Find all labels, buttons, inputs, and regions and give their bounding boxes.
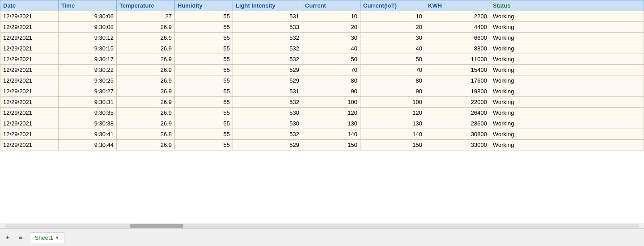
- cell-light-intensity: 532: [233, 97, 302, 108]
- table-wrapper: Date Time Temperature Humidity Light Int…: [0, 0, 644, 223]
- col-header-temperature[interactable]: Temperature: [117, 0, 175, 11]
- cell-current: 100: [302, 97, 360, 108]
- cell-temperature: 26.8: [117, 129, 175, 140]
- cell-current-iot: 140: [360, 129, 425, 140]
- cell-current: 90: [302, 86, 360, 97]
- sheet-tab-label: Sheet1: [35, 234, 53, 241]
- cell-date: 12/29/2021: [0, 129, 59, 140]
- bottom-bar: + ≡ Sheet1 ▼: [0, 228, 644, 246]
- cell-kwh: 4400: [425, 22, 490, 33]
- table-row: 12/29/20219:30:1726.955532505011000Worki…: [0, 54, 644, 65]
- cell-date: 12/29/2021: [0, 65, 59, 75]
- cell-light-intensity: 530: [233, 108, 302, 118]
- table-row: 12/29/20219:30:0826.95553320204400Workin…: [0, 22, 644, 33]
- add-sheet-button[interactable]: +: [4, 233, 11, 242]
- cell-humidity: 55: [175, 65, 233, 75]
- cell-status: Working: [490, 54, 644, 65]
- cell-time: 9:30:08: [59, 22, 117, 33]
- col-header-light-intensity[interactable]: Light Intensity: [233, 0, 302, 11]
- sheet-list-button[interactable]: ≡: [17, 233, 24, 242]
- cell-time: 9:30:25: [59, 75, 117, 86]
- table-row: 12/29/20219:30:1226.95553230306600Workin…: [0, 33, 644, 43]
- cell-current-iot: 70: [360, 65, 425, 75]
- cell-temperature: 26.9: [117, 97, 175, 108]
- scrollbar-track: [4, 224, 640, 228]
- cell-light-intensity: 532: [233, 43, 302, 54]
- cell-date: 12/29/2021: [0, 118, 59, 129]
- cell-current: 130: [302, 118, 360, 129]
- cell-date: 12/29/2021: [0, 140, 59, 150]
- cell-date: 12/29/2021: [0, 43, 59, 54]
- cell-current: 80: [302, 75, 360, 86]
- cell-time: 9:30:27: [59, 86, 117, 97]
- cell-date: 12/29/2021: [0, 108, 59, 118]
- horizontal-scrollbar[interactable]: [0, 223, 644, 228]
- cell-temperature: 26.9: [117, 65, 175, 75]
- cell-status: Working: [490, 33, 644, 43]
- cell-status: Working: [490, 140, 644, 150]
- cell-current: 50: [302, 54, 360, 65]
- cell-date: 12/29/2021: [0, 54, 59, 65]
- table-row: 12/29/20219:30:1526.95553240408800Workin…: [0, 43, 644, 54]
- cell-current-iot: 10: [360, 11, 425, 22]
- cell-status: Working: [490, 108, 644, 118]
- cell-status: Working: [490, 22, 644, 33]
- cell-date: 12/29/2021: [0, 33, 59, 43]
- cell-status: Working: [490, 86, 644, 97]
- cell-light-intensity: 533: [233, 22, 302, 33]
- cell-light-intensity: 532: [233, 54, 302, 65]
- col-header-current[interactable]: Current: [302, 0, 360, 11]
- cell-current-iot: 100: [360, 97, 425, 108]
- cell-temperature: 26.9: [117, 118, 175, 129]
- cell-humidity: 55: [175, 54, 233, 65]
- cell-status: Working: [490, 43, 644, 54]
- cell-current: 140: [302, 129, 360, 140]
- cell-kwh: 17600: [425, 75, 490, 86]
- cell-kwh: 26400: [425, 108, 490, 118]
- cell-current-iot: 50: [360, 54, 425, 65]
- col-header-current-iot[interactable]: Current(IoT): [360, 0, 425, 11]
- col-header-kwh[interactable]: KWH: [425, 0, 490, 11]
- col-header-time[interactable]: Time: [59, 0, 117, 11]
- table-row: 12/29/20219:30:4126.85553214014030800Wor…: [0, 129, 644, 140]
- cell-humidity: 55: [175, 108, 233, 118]
- cell-current: 150: [302, 140, 360, 150]
- table-body: 12/29/20219:30:06275553110102200Working1…: [0, 11, 644, 150]
- cell-time: 9:30:15: [59, 43, 117, 54]
- cell-humidity: 55: [175, 129, 233, 140]
- cell-current-iot: 150: [360, 140, 425, 150]
- col-header-humidity[interactable]: Humidity: [175, 0, 233, 11]
- cell-time: 9:30:17: [59, 54, 117, 65]
- cell-kwh: 6600: [425, 33, 490, 43]
- cell-temperature: 26.9: [117, 86, 175, 97]
- scrollbar-thumb[interactable]: [130, 224, 183, 228]
- cell-kwh: 2200: [425, 11, 490, 22]
- cell-temperature: 26.9: [117, 33, 175, 43]
- col-header-date[interactable]: Date: [0, 0, 59, 11]
- data-table: Date Time Temperature Humidity Light Int…: [0, 0, 644, 150]
- cell-time: 9:30:35: [59, 108, 117, 118]
- cell-humidity: 55: [175, 86, 233, 97]
- cell-humidity: 55: [175, 118, 233, 129]
- table-row: 12/29/20219:30:06275553110102200Working: [0, 11, 644, 22]
- cell-status: Working: [490, 118, 644, 129]
- cell-humidity: 55: [175, 140, 233, 150]
- table-row: 12/29/20219:30:4426.95552915015033000Wor…: [0, 140, 644, 150]
- table-row: 12/29/20219:30:3126.95553210010022000Wor…: [0, 97, 644, 108]
- cell-current-iot: 80: [360, 75, 425, 86]
- cell-date: 12/29/2021: [0, 22, 59, 33]
- table-row: 12/29/20219:30:3526.95553012012026400Wor…: [0, 108, 644, 118]
- cell-current-iot: 130: [360, 118, 425, 129]
- cell-current: 120: [302, 108, 360, 118]
- cell-light-intensity: 532: [233, 129, 302, 140]
- cell-kwh: 11000: [425, 54, 490, 65]
- cell-light-intensity: 531: [233, 11, 302, 22]
- cell-status: Working: [490, 11, 644, 22]
- cell-kwh: 22000: [425, 97, 490, 108]
- col-header-status[interactable]: Status: [490, 0, 644, 11]
- cell-current: 20: [302, 22, 360, 33]
- sheet-tab-sheet1[interactable]: Sheet1 ▼: [30, 232, 64, 243]
- cell-status: Working: [490, 75, 644, 86]
- cell-current-iot: 120: [360, 108, 425, 118]
- cell-kwh: 8800: [425, 43, 490, 54]
